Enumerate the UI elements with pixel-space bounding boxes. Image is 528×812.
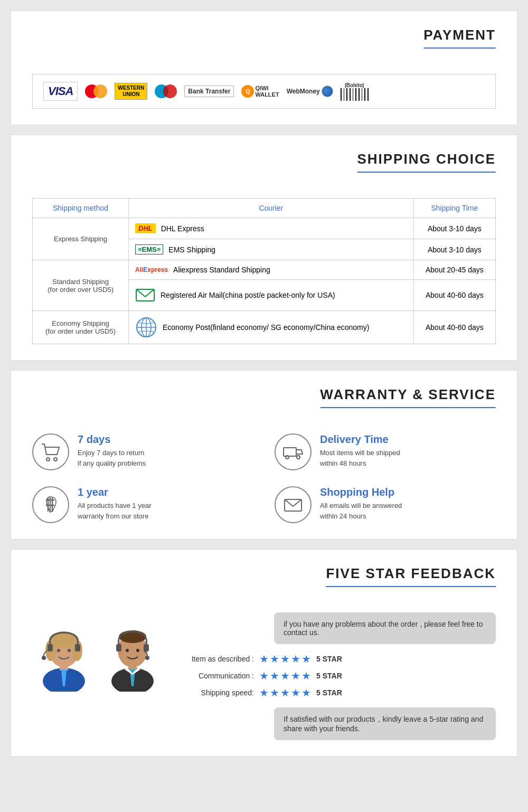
shipping-header-method: Shipping method (33, 199, 129, 218)
economy-shipping-method: Economy Shipping(for order under USD5) (33, 311, 129, 344)
star-4: ★ (291, 669, 300, 682)
warranty-item-help: Shopping Help All emails will be answere… (275, 486, 496, 523)
star-4: ★ (291, 686, 300, 699)
aliexpress-courier-cell: AliExpress Aliexpress Standard Shipping (129, 260, 414, 280)
warranty-help-desc: All emails will be answeredwithin 24 hou… (320, 501, 402, 521)
shipping-header-time: Shipping Time (413, 199, 495, 218)
airmail-time: About 40-60 days (413, 280, 495, 311)
cart-icon (32, 433, 69, 470)
ems-logo: ≡EMS≡ (135, 244, 163, 254)
payment-title: PAYMENT (423, 27, 496, 49)
stars-shipping: ★ ★ ★ ★ ★ (259, 686, 311, 699)
bank-transfer-logo: Bank Transfer (184, 86, 234, 97)
un-globe-icon (135, 316, 157, 338)
star-row-communication: Communication : ★ ★ ★ ★ ★ 5 STAR (180, 669, 496, 682)
stars-described: ★ ★ ★ ★ ★ (259, 653, 311, 665)
truck-icon (275, 433, 312, 470)
svg-rect-33 (116, 644, 121, 652)
warranty-grid: 7 days Enjoy 7 days to returnif any qual… (32, 433, 496, 523)
feedback-right: if you have any problems about the order… (180, 612, 496, 740)
aliexpress-time: About 20-45 days (413, 260, 495, 280)
table-row: Express Shipping DHL DHL Express About 3… (33, 218, 496, 239)
warranty-help-highlight: Shopping Help (320, 486, 402, 498)
aliexpress-name: Aliexpress Standard Shipping (173, 266, 270, 274)
airmail-courier-cell: Registered Air Mail(china post/e packet-… (129, 280, 414, 311)
svg-point-8 (286, 456, 289, 459)
svg-point-9 (297, 456, 300, 459)
star-2: ★ (270, 669, 279, 682)
economy-time: About 40-60 days (413, 311, 495, 344)
star-row-shipping: Shipping speed: ★ ★ ★ ★ ★ 5 STAR (180, 686, 496, 699)
warranty-delivery-desc: Most items will be shippedwithin 48 hour… (320, 448, 400, 468)
svg-point-36 (126, 649, 129, 652)
feedback-section: FIVE STAR FEEDBACK (11, 549, 517, 757)
ems-courier-cell: ≡EMS≡ EMS Shipping (129, 239, 414, 260)
dhl-time: About 3-10 days (413, 218, 495, 239)
svg-point-6 (54, 458, 57, 461)
economy-courier-cell: Economy Post(finland economy/ SG economy… (129, 311, 414, 344)
svg-point-32 (119, 630, 146, 643)
payment-logos-container: VISA WESTERNUNION Bank Transfer Q QIWIWA… (32, 74, 496, 109)
shipping-table: Shipping method Courier Shipping Time Ex… (32, 198, 496, 344)
star-text-shipping: 5 STAR (316, 688, 342, 697)
warranty-days-desc: Enjoy 7 days to returnif any quality pro… (78, 448, 146, 468)
ems-name: EMS Shipping (168, 246, 215, 254)
svg-rect-24 (75, 644, 80, 652)
table-row: Economy Shipping(for order under USD5) (33, 311, 496, 344)
western-union-logo: WESTERNUNION (115, 83, 147, 100)
svg-point-25 (42, 656, 46, 660)
warranty-section: WARRANTY & SERVICE 7 days Enjoy 7 days t… (11, 370, 517, 540)
warranty-item-delivery: Delivery Time Most items will be shipped… (275, 433, 496, 470)
airmail-icon (135, 285, 155, 305)
express-shipping-method: Express Shipping (33, 218, 129, 260)
star-3: ★ (280, 686, 290, 699)
feedback-avatars (32, 612, 164, 692)
star-5: ★ (301, 669, 311, 682)
star-3: ★ (280, 653, 290, 665)
table-row: Standard Shipping(for order over USD5) A… (33, 260, 496, 280)
svg-point-26 (57, 649, 60, 652)
star-4: ★ (291, 653, 300, 665)
maestro-logo (155, 84, 177, 98)
warranty-days-text: 7 days Enjoy 7 days to returnif any qual… (78, 433, 146, 468)
warranty-help-text: Shopping Help All emails will be answere… (320, 486, 402, 521)
warranty-delivery-text: Delivery Time Most items will be shipped… (320, 433, 400, 468)
webmoney-logo: WebMoney (287, 86, 333, 97)
stars-communication: ★ ★ ★ ★ ★ (259, 669, 311, 682)
feedback-title: FIVE STAR FEEDBACK (326, 565, 496, 587)
star-5: ★ (301, 653, 311, 665)
economy-name: Economy Post(finland economy/ SG economy… (163, 323, 369, 332)
svg-rect-23 (48, 644, 53, 652)
shipping-section: SHIPPING CHOICE Shipping method Courier … (11, 135, 517, 361)
feedback-content: if you have any problems about the order… (32, 612, 496, 740)
aliexpress-logo: AliExpress (135, 266, 168, 273)
boleto-logo: |Boleto| (341, 82, 369, 101)
dhl-logo: DHL (135, 223, 156, 233)
shipping-header-courier: Courier (129, 199, 414, 218)
svg-point-35 (145, 656, 149, 660)
star-text-communication: 5 STAR (316, 672, 342, 680)
warranty-delivery-highlight: Delivery Time (320, 433, 400, 446)
star-1: ★ (259, 669, 269, 682)
wrench-icon (32, 486, 69, 523)
shipping-title: SHIPPING CHOICE (357, 151, 496, 173)
dhl-name: DHL Express (161, 224, 204, 233)
warranty-year-highlight: 1 year (78, 486, 151, 498)
svg-point-37 (136, 649, 139, 652)
warranty-days-highlight: 7 days (78, 433, 146, 446)
warranty-year-text: 1 year All products have 1 yearwarranty … (78, 486, 151, 521)
airmail-name: Registered Air Mail(china post/e packet-… (161, 291, 335, 299)
stars-section: Item as described : ★ ★ ★ ★ ★ 5 STAR Com… (180, 653, 496, 699)
star-5: ★ (301, 686, 311, 699)
feedback-top-bubble: if you have any problems about the order… (274, 612, 496, 644)
envelope-icon (275, 486, 312, 523)
avatar-male (101, 612, 164, 692)
svg-rect-7 (284, 448, 296, 456)
visa-logo: VISA (43, 82, 78, 101)
avatar-female (32, 612, 96, 692)
warranty-title: WARRANTY & SERVICE (320, 386, 496, 408)
star-text-described: 5 STAR (316, 655, 342, 663)
feedback-bottom-bubble: If satisfied with our products，kindly le… (274, 707, 496, 740)
star-3: ★ (280, 669, 290, 682)
standard-shipping-method: Standard Shipping(for order over USD5) (33, 260, 129, 311)
